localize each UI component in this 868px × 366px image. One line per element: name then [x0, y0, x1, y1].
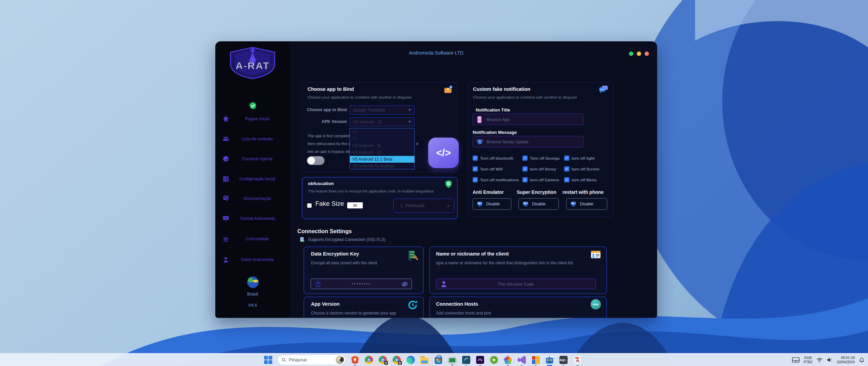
search-box[interactable]: Pesquisar [278, 355, 346, 365]
sidebar-item-construir-agente[interactable]: Construir Agente [215, 154, 290, 164]
robot-icon [546, 358, 553, 364]
cube-icon [222, 155, 230, 163]
notification-title-input[interactable]: Binance App [473, 114, 584, 125]
bind-description-line1: The apk is first compiled [308, 134, 350, 138]
brave-icon[interactable] [351, 355, 359, 364]
dropdown-option[interactable]: V2 [350, 135, 414, 142]
remote-desktop-icon[interactable] [448, 355, 457, 364]
notification-bell-icon[interactable] [859, 357, 865, 363]
checked-checkbox-icon: ✓ [564, 156, 569, 161]
visual-studio-icon[interactable] [517, 355, 526, 364]
notification-title-label: Notification Title [476, 107, 510, 113]
fake-size-checkbox[interactable] [307, 203, 312, 208]
dropdown-option[interactable]: V4 Android - 12 [350, 149, 414, 156]
touchpad-icon[interactable] [792, 357, 800, 363]
server-icon [222, 175, 230, 183]
photoshop-icon[interactable]: PS [476, 355, 485, 364]
obfuscation-card: obfuscation This feature llows you to en… [302, 177, 458, 219]
checked-checkbox-icon: ✓ [473, 156, 478, 161]
volume-icon[interactable] [827, 357, 833, 363]
minimize-button[interactable] [629, 52, 633, 56]
apk-version-select[interactable]: V3 Android - 11 ▼ [350, 117, 415, 126]
mysql-workbench-icon[interactable] [462, 355, 471, 364]
apk-version-label: APK Version [305, 119, 347, 124]
package-icon [443, 85, 453, 95]
sidebar-item-pagina-inicial[interactable]: Pagina Inicial [215, 114, 290, 124]
dropdown-option[interactable]: V1 [350, 128, 414, 135]
app-version-card: App Version Choose a random version to g… [303, 297, 424, 318]
windows-logo-icon [264, 356, 272, 364]
arat-app-icon[interactable] [545, 355, 554, 364]
checked-checkbox-icon: ✓ [522, 156, 528, 161]
refresh-version-icon [407, 299, 418, 311]
chrome-beta-icon[interactable]: B [392, 355, 401, 364]
bell-icon [476, 138, 484, 146]
sidebar-item-comunidade[interactable]: Comunidade [215, 234, 290, 244]
legacy-squares-app-icon[interactable] [531, 355, 540, 364]
sidebar-item-documentacao[interactable]: Documentação [215, 194, 290, 204]
client-nickname-input[interactable]: The Intrusive Code [436, 279, 596, 289]
obfuscation-method-select[interactable]: 1. ProGuard ⌄ [393, 199, 454, 213]
checkbox-turn-off-sensy[interactable]: ✓turn off Sensy [522, 166, 556, 171]
chevron-down-icon: ▼ [408, 120, 412, 124]
file-explorer-icon[interactable] [420, 355, 429, 364]
search-highlight-avatar [336, 356, 344, 364]
edge-icon[interactable] [406, 355, 415, 364]
bind-toggle[interactable] [307, 156, 324, 165]
notification-message-input[interactable]: Binance Needs Update [473, 136, 584, 147]
checkbox-turn-off-menu[interactable]: ✓turn off Menu [564, 177, 596, 182]
ssl-note-row: Supports Encrypted Connection (SSL\TLS) [299, 237, 386, 243]
brazil-globe-icon [247, 277, 259, 288]
checkbox-turn-off-camera[interactable]: ✓turn off Camera [522, 177, 559, 182]
checkbox-turn-off-soungs[interactable]: ✓Turn off Soungs [522, 156, 560, 161]
checkbox-turn-off-notifications[interactable]: ✓Turn off notifications [473, 177, 519, 182]
chrome-icon[interactable] [364, 355, 373, 364]
connection-hosts-card: Connection Hosts DNS Add connection host… [429, 297, 607, 318]
sidebar-item-configuracao-inicial[interactable]: Configuração Inicial [215, 174, 290, 184]
obfuscation-subtitle: This feature llows you to encrypt the ap… [308, 189, 434, 193]
checkbox-turn-off-wifi[interactable]: ✓Turn off Wifi [473, 166, 503, 171]
fake-size-input[interactable]: 30 [347, 202, 363, 208]
restart-with-phone-disable-button[interactable]: Disable [566, 198, 607, 210]
toggle-knob [308, 157, 315, 164]
terminal-icon[interactable]: &gt;_ [559, 355, 568, 364]
close-button[interactable] [645, 52, 649, 56]
app-bind-select[interactable]: Google Translate ▼ [350, 105, 415, 115]
checked-checkbox-icon: ✓ [564, 166, 569, 171]
wifi-icon[interactable] [816, 358, 823, 362]
microsoft-store-icon[interactable] [434, 355, 443, 364]
window-title: Andromeda Software LTD [215, 50, 657, 56]
apk-version-dropdown-list: V1 V2 V3 Android - 11 V4 Android - 12 V5… [350, 128, 415, 169]
dropdown-option-selected[interactable]: V5 Android 12.1 Beta [350, 156, 414, 163]
sidebar-item-tutorial-andromeda[interactable]: Tutorial Andromeda [215, 214, 290, 224]
anti-emulator-disable-button[interactable]: Disable [473, 198, 511, 210]
notification-message-label: Notification Message [473, 130, 517, 135]
chat-bubbles-icon [598, 84, 609, 95]
card-subtitle: Add connection hosts and port [436, 311, 491, 316]
anti-emulator-label: Anti Emulator [473, 189, 504, 195]
start-button[interactable] [264, 355, 273, 364]
sidebar-item-lista-de-conexao[interactable]: Lista de conexão [215, 134, 290, 144]
chrome-dev-icon[interactable]: D [378, 355, 387, 364]
sidebar-item-sobre-andromeda[interactable]: Sobre Andromeda [215, 255, 290, 265]
language-indicator[interactable]: POR PTB2 [804, 356, 812, 364]
obfuscation-title: obfuscation [308, 181, 334, 186]
eye-slash-icon[interactable] [401, 281, 408, 288]
dropdown-option[interactable]: V3 Android - 11 [350, 142, 414, 149]
encryption-key-input[interactable]: ******** [311, 279, 412, 289]
checkbox-turn-off-light[interactable]: ✓turn off light [564, 156, 595, 161]
checkbox-turn-off-screen[interactable]: ✓turn off Screen [564, 166, 599, 171]
super-encryption-disable-button[interactable]: Disable [518, 198, 559, 210]
maximize-button[interactable] [637, 52, 641, 56]
design-pentagon-app-icon[interactable] [504, 355, 512, 364]
chameleon-app-icon[interactable] [490, 355, 498, 364]
bind-description-line2: then obfuscated by the s [308, 142, 350, 146]
checked-checkbox-icon: ✓ [473, 166, 478, 171]
clock[interactable]: 06:51:18 03/04/2024 [837, 355, 855, 364]
checkbox-turn-off-bluetooth[interactable]: ✓Turn off bluetooth [473, 156, 513, 161]
dropdown-option[interactable]: V6 Android All Android [350, 163, 414, 169]
code-build-button[interactable]: </> [428, 138, 459, 168]
choose-app-to-bind-panel: Choose app to Bind Choose your applicati… [302, 82, 458, 172]
snipping-tool-icon[interactable] [573, 355, 582, 364]
svg-text:A-RAT: A-RAT [235, 60, 270, 71]
